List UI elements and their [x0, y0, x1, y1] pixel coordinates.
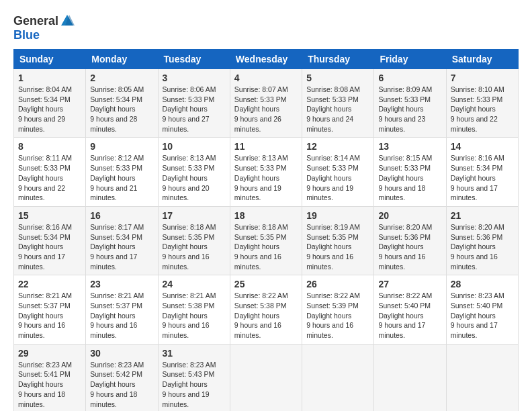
logo-blue-text: Blue [13, 28, 40, 42]
calendar-cell: 20 Sunrise: 8:20 AM Sunset: 5:36 PM Dayl… [374, 206, 446, 275]
week-row-5: 29 Sunrise: 8:23 AM Sunset: 5:41 PM Dayl… [14, 344, 519, 411]
calendar-cell: 27 Sunrise: 8:22 AM Sunset: 5:40 PM Dayl… [374, 275, 446, 344]
calendar-cell: 3 Sunrise: 8:06 AM Sunset: 5:33 PM Dayli… [158, 69, 230, 138]
day-info: Sunrise: 8:21 AM Sunset: 5:38 PM Dayligh… [163, 291, 226, 340]
day-info: Sunrise: 8:22 AM Sunset: 5:40 PM Dayligh… [378, 291, 441, 340]
col-header-thursday: Thursday [302, 50, 374, 69]
day-info: Sunrise: 8:18 AM Sunset: 5:35 PM Dayligh… [163, 222, 226, 271]
day-number: 17 [163, 210, 226, 221]
day-info: Sunrise: 8:22 AM Sunset: 5:38 PM Dayligh… [234, 291, 298, 340]
day-info: Sunrise: 8:10 AM Sunset: 5:33 PM Dayligh… [451, 85, 514, 134]
col-header-friday: Friday [374, 50, 446, 69]
day-info: Sunrise: 8:06 AM Sunset: 5:33 PM Dayligh… [163, 85, 226, 134]
calendar-cell: 6 Sunrise: 8:09 AM Sunset: 5:33 PM Dayli… [374, 69, 446, 138]
day-info: Sunrise: 8:23 AM Sunset: 5:41 PM Dayligh… [18, 360, 81, 409]
day-number: 16 [90, 210, 153, 221]
logo: General Blue [13, 13, 75, 42]
day-number: 22 [18, 279, 81, 289]
day-info: Sunrise: 8:13 AM Sunset: 5:33 PM Dayligh… [163, 153, 226, 202]
day-info: Sunrise: 8:17 AM Sunset: 5:34 PM Dayligh… [90, 222, 153, 271]
day-info: Sunrise: 8:12 AM Sunset: 5:33 PM Dayligh… [90, 153, 153, 202]
day-number: 14 [451, 141, 514, 152]
day-number: 2 [90, 73, 153, 83]
calendar-cell: 30 Sunrise: 8:23 AM Sunset: 5:42 PM Dayl… [86, 344, 158, 411]
day-info: Sunrise: 8:20 AM Sunset: 5:36 PM Dayligh… [378, 222, 441, 271]
day-number: 24 [163, 279, 226, 289]
day-info: Sunrise: 8:22 AM Sunset: 5:39 PM Dayligh… [306, 291, 369, 340]
day-number: 12 [306, 141, 369, 152]
calendar-cell: 24 Sunrise: 8:21 AM Sunset: 5:38 PM Dayl… [158, 275, 230, 344]
day-info: Sunrise: 8:08 AM Sunset: 5:33 PM Dayligh… [306, 85, 369, 134]
day-number: 18 [234, 210, 298, 221]
day-number: 20 [378, 210, 441, 221]
calendar-cell: 10 Sunrise: 8:13 AM Sunset: 5:33 PM Dayl… [158, 138, 230, 206]
day-number: 1 [18, 73, 81, 83]
logo-general-text: General [13, 14, 58, 28]
week-row-1: 1 Sunrise: 8:04 AM Sunset: 5:34 PM Dayli… [14, 69, 519, 138]
day-number: 5 [306, 73, 369, 83]
day-number: 10 [163, 141, 226, 152]
calendar-cell: 29 Sunrise: 8:23 AM Sunset: 5:41 PM Dayl… [14, 344, 86, 411]
day-number: 3 [163, 73, 226, 83]
day-number: 11 [234, 141, 298, 152]
day-number: 29 [18, 348, 81, 359]
day-info: Sunrise: 8:07 AM Sunset: 5:33 PM Dayligh… [234, 85, 298, 134]
calendar-table: SundayMondayTuesdayWednesdayThursdayFrid… [13, 49, 519, 411]
calendar-cell [446, 344, 518, 411]
day-number: 31 [163, 348, 226, 359]
calendar-cell: 5 Sunrise: 8:08 AM Sunset: 5:33 PM Dayli… [302, 69, 374, 138]
day-number: 19 [306, 210, 369, 221]
calendar-cell: 23 Sunrise: 8:21 AM Sunset: 5:37 PM Dayl… [86, 275, 158, 344]
day-number: 7 [451, 73, 514, 83]
week-row-3: 15 Sunrise: 8:16 AM Sunset: 5:34 PM Dayl… [14, 206, 519, 275]
col-header-tuesday: Tuesday [158, 50, 230, 69]
day-info: Sunrise: 8:21 AM Sunset: 5:37 PM Dayligh… [90, 291, 153, 340]
calendar-cell: 9 Sunrise: 8:12 AM Sunset: 5:33 PM Dayli… [86, 138, 158, 206]
day-number: 9 [90, 141, 153, 152]
calendar-cell: 4 Sunrise: 8:07 AM Sunset: 5:33 PM Dayli… [230, 69, 302, 138]
day-info: Sunrise: 8:13 AM Sunset: 5:33 PM Dayligh… [234, 153, 298, 202]
day-number: 26 [306, 279, 369, 289]
day-number: 4 [234, 73, 298, 83]
week-row-2: 8 Sunrise: 8:11 AM Sunset: 5:33 PM Dayli… [14, 138, 519, 206]
calendar-cell: 8 Sunrise: 8:11 AM Sunset: 5:33 PM Dayli… [14, 138, 86, 206]
calendar-cell: 31 Sunrise: 8:23 AM Sunset: 5:43 PM Dayl… [158, 344, 230, 411]
week-row-4: 22 Sunrise: 8:21 AM Sunset: 5:37 PM Dayl… [14, 275, 519, 344]
day-info: Sunrise: 8:23 AM Sunset: 5:40 PM Dayligh… [451, 291, 514, 340]
day-number: 6 [378, 73, 441, 83]
day-number: 8 [18, 141, 81, 152]
day-info: Sunrise: 8:23 AM Sunset: 5:42 PM Dayligh… [90, 360, 153, 409]
calendar-cell: 28 Sunrise: 8:23 AM Sunset: 5:40 PM Dayl… [446, 275, 518, 344]
calendar-cell: 21 Sunrise: 8:20 AM Sunset: 5:36 PM Dayl… [446, 206, 518, 275]
calendar-cell [230, 344, 302, 411]
day-info: Sunrise: 8:18 AM Sunset: 5:35 PM Dayligh… [234, 222, 298, 271]
day-number: 30 [90, 348, 153, 359]
day-info: Sunrise: 8:09 AM Sunset: 5:33 PM Dayligh… [378, 85, 441, 134]
col-header-monday: Monday [86, 50, 158, 69]
day-number: 28 [451, 279, 514, 289]
calendar-cell: 22 Sunrise: 8:21 AM Sunset: 5:37 PM Dayl… [14, 275, 86, 344]
col-header-saturday: Saturday [446, 50, 518, 69]
day-number: 13 [378, 141, 441, 152]
calendar-cell: 19 Sunrise: 8:19 AM Sunset: 5:35 PM Dayl… [302, 206, 374, 275]
day-info: Sunrise: 8:05 AM Sunset: 5:34 PM Dayligh… [90, 85, 153, 134]
day-number: 21 [451, 210, 514, 221]
day-info: Sunrise: 8:15 AM Sunset: 5:33 PM Dayligh… [378, 153, 441, 202]
day-info: Sunrise: 8:14 AM Sunset: 5:33 PM Dayligh… [306, 153, 369, 202]
day-number: 15 [18, 210, 81, 221]
calendar-cell: 12 Sunrise: 8:14 AM Sunset: 5:33 PM Dayl… [302, 138, 374, 206]
logo-icon [60, 13, 75, 28]
day-number: 25 [234, 279, 298, 289]
calendar-cell: 14 Sunrise: 8:16 AM Sunset: 5:34 PM Dayl… [446, 138, 518, 206]
col-header-sunday: Sunday [14, 50, 86, 69]
day-info: Sunrise: 8:23 AM Sunset: 5:43 PM Dayligh… [163, 360, 226, 409]
calendar-cell: 1 Sunrise: 8:04 AM Sunset: 5:34 PM Dayli… [14, 69, 86, 138]
col-header-wednesday: Wednesday [230, 50, 302, 69]
day-info: Sunrise: 8:11 AM Sunset: 5:33 PM Dayligh… [18, 153, 81, 202]
calendar-cell: 18 Sunrise: 8:18 AM Sunset: 5:35 PM Dayl… [230, 206, 302, 275]
day-info: Sunrise: 8:20 AM Sunset: 5:36 PM Dayligh… [451, 222, 514, 271]
calendar-cell [374, 344, 446, 411]
day-info: Sunrise: 8:16 AM Sunset: 5:34 PM Dayligh… [451, 153, 514, 202]
day-info: Sunrise: 8:16 AM Sunset: 5:34 PM Dayligh… [18, 222, 81, 271]
day-number: 23 [90, 279, 153, 289]
